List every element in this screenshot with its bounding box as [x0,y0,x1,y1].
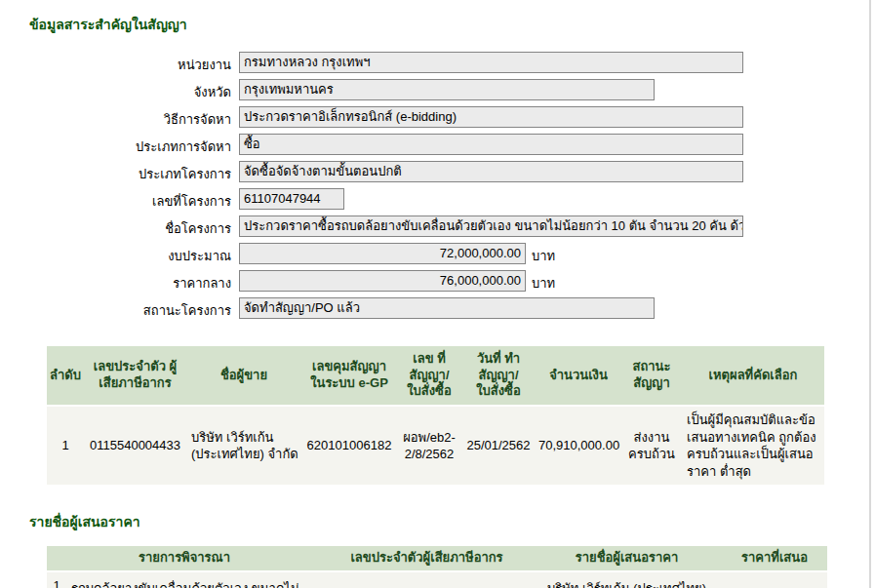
budget-label: งบประมาณ [0,243,239,266]
contract-table-row: 1 0115540004433 บริษัท เวิร์ทเก้น (ประเท… [47,407,824,485]
form-row: งบประมาณ 72,000,000.00 บาท [0,243,875,266]
contract-table-header-row: ลำดับ เลขประจำตัว ผู้เสียภาษีอากร ชื่อผู… [47,346,824,405]
contract-date-column-header: วันที่ ทำสัญญา/ ใบสั่งซื้อ [461,346,536,405]
form-row: ราคากลาง 76,000,000.00 บาท [0,270,875,294]
contract-no: ผอพ/eb2-2/8/2562 [397,407,461,485]
form-row: ประเภทการจัดหา ซื้อ [0,134,875,157]
reference-price-field[interactable]: 76,000,000.00 [239,270,526,292]
contract-amount: 70,910,000.00 [536,407,621,485]
contract-selection-reason: เป็นผู้มีคุณสมบัติและข้อเสนอทางเทคนิค ถู… [682,407,824,485]
province-label: จังหวัด [0,79,239,102]
vendor-column-header: ชื่อผู้ขาย [186,346,301,405]
project-type-field[interactable]: จัดซื้อจัดจ้างตามขั้นตอนปกติ [239,161,743,182]
amount-column-header: จำนวนเงิน [536,346,621,405]
form-row: เลขที่โครงการ 61107047944 [0,188,875,212]
bidder-offered-price: 70,916,200.00 [722,572,827,588]
project-status-label: สถานะโครงการ [0,297,239,321]
bidder-name-column-header: รายชื่อผู้เสนอราคา [532,546,722,570]
province-field[interactable]: กรุงเทพมหานคร [239,79,655,100]
contract-date: 25/01/2562 [461,407,536,485]
taxid-column-header: เลขประจำตัว ผู้เสียภาษีอากร [84,346,186,405]
bidder-item: รถบดล้อยางขับเคลื่อนด้วยตัวเอง ขนาดไม่น้… [66,572,322,588]
bidder-tax-id: 0115540004433 [322,572,532,588]
bidders-table-row: 1 รถบดล้อยางขับเคลื่อนด้วยตัวเอง ขนาดไม่… [47,572,827,588]
form-row: วิธีการจัดหา ประกวดราคาอิเล็กทรอนิกส์ (e… [0,106,875,130]
procurement-type-field[interactable]: ซื้อ [239,134,743,155]
status-column-header: สถานะ สัญญา [621,346,682,405]
project-number-field[interactable]: 61107047944 [239,188,344,210]
reference-price-label: ราคากลาง [0,270,239,294]
bidders-table: รายการพิจารณา เลขประจำตัวผู้เสียภาษีอากร… [47,544,827,588]
page-right-divider [869,0,871,588]
project-name-field[interactable]: ประกวดราคาซื้อรถบดล้อยางขับเคลื่อนด้วยตั… [239,216,743,237]
egp-no-column-header: เลขคุมสัญญา ในระบบ e-GP [301,346,397,405]
contract-egp-no: 620101006182 [301,407,397,485]
reason-column-header: เหตุผลที่คัดเลือก [682,346,824,405]
item-column-header: รายการพิจารณา [47,546,322,570]
form-row: จังหวัด กรุงเทพมหานคร [0,79,875,102]
contract-status: ส่งงานครบถ้วน [621,407,682,485]
offered-price-column-header: ราคาที่เสนอ [722,546,827,570]
budget-baht-unit: บาท [526,243,555,266]
form-row: สถานะโครงการ จัดทำสัญญา/PO แล้ว [0,297,875,321]
project-number-label: เลขที่โครงการ [0,188,239,212]
bidders-table-header-row: รายการพิจารณา เลขประจำตัวผู้เสียภาษีอากร… [47,546,827,570]
seq-column-header: ลำดับ [47,346,84,405]
bidder-taxid-column-header: เลขประจำตัวผู้เสียภาษีอากร [322,546,532,570]
contract-tax-id: 0115540004433 [84,407,186,485]
budget-field[interactable]: 72,000,000.00 [239,243,526,264]
contract-vendor: บริษัท เวิร์ทเก้น (ประเทศไทย) จำกัด [186,407,301,485]
form-row: ประเภทโครงการ จัดซื้อจัดจ้างตามขั้นตอนปก… [0,161,875,184]
project-status-field[interactable]: จัดทำสัญญา/PO แล้ว [239,297,655,319]
contract-form: หน่วยงาน กรมทางหลวง กรุงเทพฯ จังหวัด กรุ… [0,52,875,321]
bidder-seq: 1 [47,572,66,588]
page-title: ข้อมูลสาระสำคัญในสัญญา [0,0,875,35]
project-name-label: ชื่อโครงการ [0,216,239,239]
contract-seq: 1 [47,407,84,485]
procurement-method-field[interactable]: ประกวดราคาอิเล็กทรอนิกส์ (e-bidding) [239,106,743,128]
bidder-name: บริษัท เวิร์ทเก้น (ประเทศไทย) จำกัด [532,572,722,588]
procurement-method-label: วิธีการจัดหา [0,106,239,130]
reference-price-baht-unit: บาท [526,270,555,294]
contract-no-column-header: เลข ที่สัญญา/ ใบสั่งซื้อ [397,346,461,405]
form-row: หน่วยงาน กรมทางหลวง กรุงเทพฯ [0,52,875,75]
agency-field[interactable]: กรมทางหลวง กรุงเทพฯ [239,52,743,73]
contract-table: ลำดับ เลขประจำตัว ผู้เสียภาษีอากร ชื่อผู… [47,344,824,487]
procurement-type-label: ประเภทการจัดหา [0,134,239,157]
agency-label: หน่วยงาน [0,52,239,75]
bidders-section-title: รายชื่อผู้เสนอราคา [0,487,875,532]
project-type-label: ประเภทโครงการ [0,161,239,184]
form-row: ชื่อโครงการ ประกวดราคาซื้อรถบดล้อยางขับเ… [0,216,875,239]
